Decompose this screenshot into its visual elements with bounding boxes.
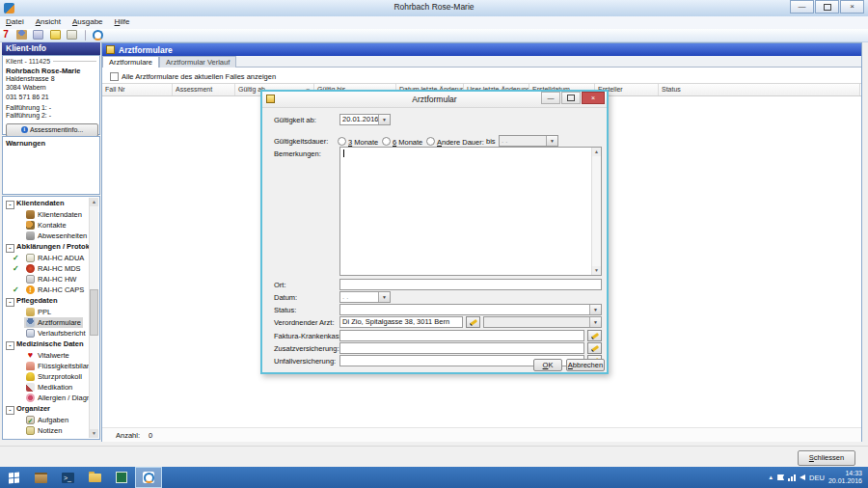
arzt-edit-button[interactable]: [466, 316, 480, 328]
textarea-scrollbar[interactable]: ▲ ▼: [591, 148, 601, 275]
chevron-down-icon[interactable]: ▼: [378, 115, 390, 124]
abbrechen-button[interactable]: Abbrechen: [566, 359, 605, 371]
start-icon[interactable]: [0, 467, 27, 488]
sidebar-item-sturzprotokoll[interactable]: Sturzprotokoll: [4, 371, 89, 382]
sidebar-item-rai-hc-adua[interactable]: ✓RAI-HC ADUA: [4, 253, 89, 263]
sidebar-item-vitalwerte[interactable]: ♥Vitalwerte: [4, 350, 89, 361]
report-icon[interactable]: [33, 30, 43, 40]
scroll-down-icon[interactable]: ▼: [592, 266, 601, 275]
menu-item-ansicht[interactable]: Ansicht: [30, 16, 67, 26]
radio-andere-dauer[interactable]: Andere Dauer:: [426, 137, 484, 147]
filter-checkbox[interactable]: [110, 72, 119, 81]
explorer-icon[interactable]: [81, 467, 108, 488]
language-indicator[interactable]: DEU: [809, 474, 825, 482]
chevron-down-icon: ▼: [589, 317, 601, 327]
zusatz-edit-button[interactable]: [587, 342, 602, 354]
window-minimize-button[interactable]: —: [790, 0, 814, 14]
edit-icon[interactable]: [67, 30, 77, 40]
radio-icon[interactable]: [426, 137, 435, 146]
sidebar-item-rai-hc-caps[interactable]: ✓!RAI-HC CAPS: [4, 285, 89, 295]
datum-combo[interactable]: . . ▼: [339, 291, 391, 303]
scroll-up-icon[interactable]: ▲: [90, 198, 98, 206]
menu-item-datei[interactable]: Datei: [0, 16, 30, 26]
toolbar: 7: [0, 29, 868, 42]
window-restore-button[interactable]: [815, 0, 839, 14]
menu-item-ausgabe[interactable]: Ausgabe: [67, 16, 109, 26]
network-icon[interactable]: [788, 474, 796, 481]
server-manager-icon[interactable]: [27, 467, 54, 488]
column-header-assessment[interactable]: Assessment: [173, 84, 235, 95]
sidebar-item-rai-hc-mds[interactable]: ✓RAI-HC MDS: [4, 263, 89, 274]
status-select[interactable]: ▼: [339, 304, 602, 315]
scroll-up-icon[interactable]: ▲: [592, 148, 601, 156]
chevron-down-icon[interactable]: ▼: [378, 292, 390, 302]
spreadsheet-icon[interactable]: [108, 467, 135, 488]
door-icon: [26, 210, 35, 219]
dialog-maximize-button[interactable]: [561, 92, 581, 104]
collapse-icon[interactable]: -: [6, 201, 14, 209]
sidebar-item-kontakte[interactable]: Kontakte: [4, 220, 89, 230]
sidebar-item-rai-hc-hw[interactable]: RAI-HC HW: [4, 274, 89, 285]
scroll-down-icon[interactable]: ▼: [90, 429, 98, 438]
sidebar-item-notizen[interactable]: Notizen: [4, 425, 89, 436]
tray-expand-icon[interactable]: ▲: [768, 474, 773, 480]
collapse-icon[interactable]: -: [6, 244, 14, 253]
column-header-status[interactable]: Status: [659, 84, 860, 95]
zusatz-input[interactable]: [339, 342, 584, 354]
warnings-label: Warnungen: [6, 139, 96, 148]
tree-group-organizer[interactable]: -Organizer: [4, 403, 89, 415]
dialog-minimize-button[interactable]: —: [541, 92, 560, 104]
person-icon[interactable]: [16, 30, 27, 40]
refresh-icon[interactable]: [93, 30, 103, 41]
powershell-icon[interactable]: >_: [54, 467, 81, 488]
faktura-input[interactable]: [339, 330, 584, 341]
taskbar-clock[interactable]: 14:33 20.01.2016: [828, 470, 862, 485]
tree-group-abklärungen-protokolle[interactable]: -Abklärungen / Protokolle: [4, 241, 89, 253]
radio-3-monate[interactable]: 3 Monate: [338, 137, 378, 147]
sidebar-item-allergien-diagnosen[interactable]: Allergien / Diagnosen...: [4, 393, 89, 403]
ok-button[interactable]: OK: [533, 359, 562, 371]
tree-group-medizinische-daten[interactable]: -Medizinische Daten: [4, 339, 89, 350]
sidebar-item-aufgaben[interactable]: ✓Aufgaben: [4, 415, 89, 425]
tab-arztformular-verlauf[interactable]: Arztformular Verlauf: [159, 56, 236, 68]
seven-icon[interactable]: 7: [2, 30, 10, 40]
note-icon[interactable]: [50, 30, 61, 40]
chevron-down-icon[interactable]: ▼: [589, 305, 601, 314]
collapse-icon[interactable]: -: [6, 298, 14, 307]
scrollbar-thumb[interactable]: [90, 289, 98, 336]
collapse-icon[interactable]: -: [6, 406, 14, 415]
sidebar-item-flüssigkeitsbilanz[interactable]: Flüssigkeitsbilanz: [4, 361, 89, 371]
care-app-icon[interactable]: [135, 467, 162, 488]
bemerkungen-textarea[interactable]: ▲ ▼: [339, 147, 602, 276]
gueltigkeit-ab-combo[interactable]: 20.01.2016 ▼: [339, 114, 391, 125]
sidebar-item-arztformulare[interactable]: Arztformulare: [4, 317, 89, 328]
sidebar-item-klientendaten[interactable]: Klientendaten: [4, 209, 89, 220]
tab-arztformulare[interactable]: Arztformulare: [102, 56, 159, 68]
maximize-icon: [567, 95, 575, 101]
tree-group-klientendaten[interactable]: -Klientendaten: [4, 198, 89, 209]
faktura-edit-button[interactable]: [587, 330, 602, 341]
tree-scrollbar[interactable]: ▲ ▼: [89, 198, 98, 438]
radio-icon[interactable]: [338, 137, 346, 146]
assessmentinfo-button[interactable]: i Assessmentinfo...: [6, 123, 98, 137]
dialog-close-button[interactable]: ×: [582, 92, 605, 104]
sidebar-item-abwesenheiten[interactable]: Abwesenheiten: [4, 230, 89, 241]
sidebar-item-verlaufsbericht[interactable]: Verlaufsbericht: [4, 328, 89, 339]
column-header-fall-nr[interactable]: Fall Nr: [102, 84, 173, 95]
collapse-icon[interactable]: -: [6, 341, 14, 350]
verordnender-arzt-input[interactable]: Di Zio, Spitalgasse 38, 3011 Bern: [339, 316, 463, 328]
menu-item-hilfe[interactable]: Hilfe: [109, 16, 136, 26]
radio-icon[interactable]: [382, 137, 391, 146]
window-titlebar: Rohrbach Rose-Marie — ×: [0, 0, 868, 17]
tree-group-pflegedaten[interactable]: -Pflegedaten: [4, 295, 89, 307]
sidebar-item-ppl[interactable]: PPL: [4, 307, 89, 317]
ort-input[interactable]: [339, 279, 602, 290]
gueltigkeit-ab-label: Gültigkeit ab:: [274, 116, 316, 124]
sidebar-item-medikation[interactable]: Medikation: [4, 382, 89, 393]
client-id-row[interactable]: Klient - 111425: [6, 58, 96, 65]
window-close-button[interactable]: ×: [840, 0, 864, 14]
flag-icon[interactable]: [777, 474, 784, 480]
radio-6-monate[interactable]: 6 Monate: [382, 137, 422, 147]
schliessen-button[interactable]: Schliessen: [798, 450, 855, 466]
volume-icon[interactable]: [800, 474, 805, 480]
